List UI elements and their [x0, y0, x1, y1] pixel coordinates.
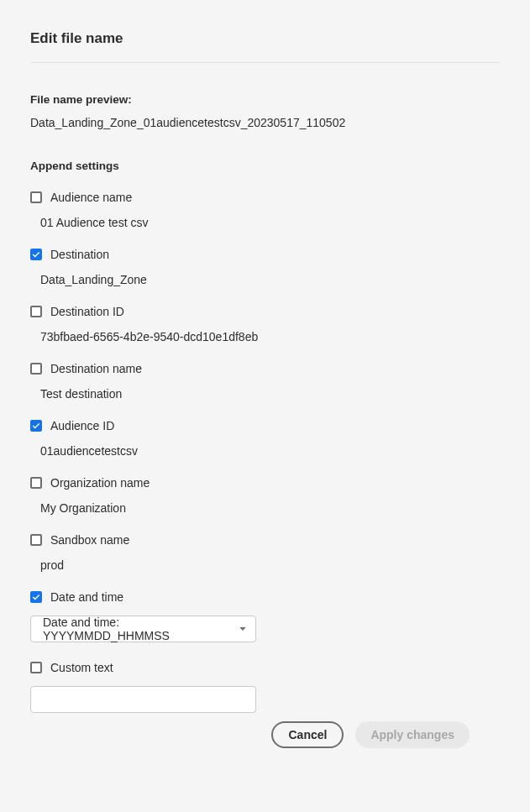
setting-sandbox-name: Sandbox nameprod	[30, 533, 500, 572]
checkbox-destination-id[interactable]	[30, 306, 42, 317]
setting-value-audience-name: 01 Audience test csv	[40, 216, 500, 229]
checkbox-destination-name[interactable]	[30, 363, 42, 375]
setting-label-custom-text: Custom text	[50, 661, 113, 674]
setting-destination-id: Destination ID73bfbaed-6565-4b2e-9540-dc…	[30, 305, 500, 343]
setting-label-destination-name: Destination name	[50, 362, 142, 375]
checkbox-destination[interactable]	[30, 249, 42, 260]
setting-organization-name: Organization nameMy Organization	[30, 476, 500, 515]
setting-label-destination-id: Destination ID	[50, 305, 124, 318]
setting-audience-name: Audience name01 Audience test csv	[30, 191, 500, 229]
setting-destination-name: Destination nameTest destination	[30, 362, 500, 401]
setting-label-organization-name: Organization name	[50, 476, 150, 490]
setting-value-destination: Data_Landing_Zone	[40, 273, 500, 286]
page-title: Edit file name	[30, 30, 500, 63]
setting-label-date-and-time: Date and time	[50, 590, 123, 604]
setting-value-sandbox-name: prod	[40, 558, 500, 572]
dialog-footer: Cancel Apply changes	[60, 721, 470, 748]
file-name-preview-label: File name preview:	[30, 93, 500, 106]
setting-audience-id: Audience ID01audiencetestcsv	[30, 419, 500, 458]
setting-label-destination: Destination	[50, 248, 109, 261]
checkbox-sandbox-name[interactable]	[30, 534, 42, 546]
select-value-date-and-time: Date and time: YYYYMMDD_HHMMSS	[43, 616, 239, 642]
checkbox-organization-name[interactable]	[30, 477, 42, 489]
chevron-down-icon	[239, 621, 247, 637]
cancel-button[interactable]: Cancel	[271, 721, 344, 748]
setting-value-destination-name: Test destination	[40, 387, 500, 401]
apply-changes-button: Apply changes	[355, 721, 470, 748]
select-date-and-time[interactable]: Date and time: YYYYMMDD_HHMMSS	[30, 616, 256, 642]
input-custom-text[interactable]	[30, 686, 256, 713]
setting-value-audience-id: 01audiencetestcsv	[40, 444, 500, 458]
checkbox-audience-id[interactable]	[30, 420, 42, 432]
checkbox-custom-text[interactable]	[30, 662, 42, 673]
setting-value-organization-name: My Organization	[40, 501, 500, 515]
setting-label-audience-name: Audience name	[50, 191, 132, 204]
setting-label-sandbox-name: Sandbox name	[50, 533, 129, 547]
setting-label-audience-id: Audience ID	[50, 419, 114, 432]
checkbox-date-and-time[interactable]	[30, 591, 42, 603]
checkbox-audience-name[interactable]	[30, 191, 42, 203]
setting-value-destination-id: 73bfbaed-6565-4b2e-9540-dcd10e1df8eb	[40, 330, 500, 343]
file-name-preview-value: Data_Landing_Zone_01audiencetestcsv_2023…	[30, 116, 500, 129]
append-settings-heading: Append settings	[30, 160, 500, 172]
setting-date-and-time: Date and timeDate and time: YYYYMMDD_HHM…	[30, 590, 500, 642]
setting-custom-text: Custom text	[30, 661, 500, 713]
setting-destination: DestinationData_Landing_Zone	[30, 248, 500, 286]
